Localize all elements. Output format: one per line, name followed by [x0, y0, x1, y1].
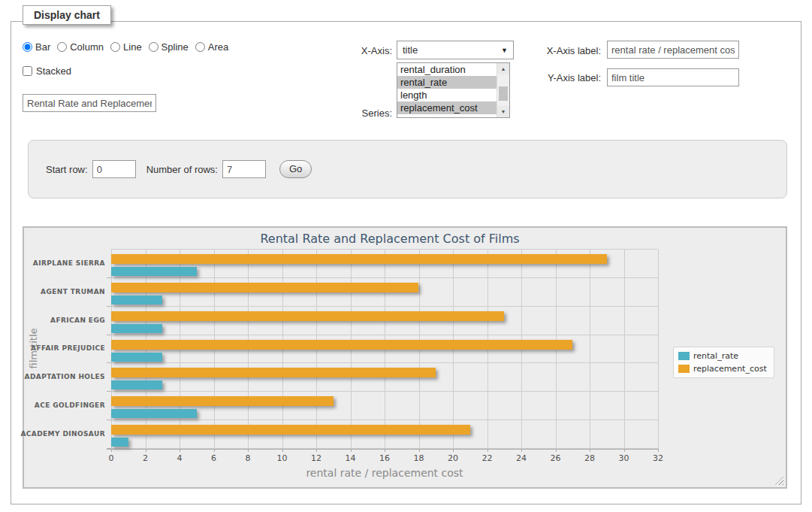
category-label: AFFAIR PREJUDICE — [32, 335, 105, 363]
chart-title-input[interactable] — [23, 94, 156, 112]
y-axis-label-input[interactable] — [607, 68, 739, 86]
x-tick-label: 30 — [619, 453, 629, 463]
x-tick-label: 6 — [211, 453, 216, 463]
chart-type-radio-label: Area — [208, 41, 228, 53]
x-tick-label: 32 — [653, 453, 663, 463]
legend-item-replacement_cost[interactable]: replacement_cost — [678, 364, 767, 374]
bar-rental_rate — [111, 380, 162, 389]
category-row — [111, 363, 658, 392]
x-tick-mark — [248, 449, 249, 452]
category-row — [111, 420, 658, 449]
chart-title: Rental Rate and Replacement Cost of Film… — [24, 232, 756, 246]
x-tick-mark — [419, 449, 420, 452]
series-select-label: Series: — [344, 108, 392, 119]
x-axis-select[interactable]: title ▼ — [397, 41, 514, 59]
x-axis-select-label: X-Axis: — [344, 45, 392, 56]
x-tick-mark — [658, 449, 659, 452]
chart-type-radio-line[interactable] — [110, 42, 120, 52]
x-tick-label: 18 — [414, 453, 424, 463]
series-option-list: rental_durationrental_ratelengthreplacem… — [397, 63, 497, 117]
category-row — [111, 307, 658, 335]
x-tick-mark — [351, 449, 352, 452]
num-rows-input[interactable] — [222, 160, 266, 178]
chart-legend: rental_ratereplacement_cost — [673, 347, 774, 378]
bar-rental_rate — [111, 353, 162, 362]
stacked-label: Stacked — [36, 65, 71, 77]
bar-replacement_cost — [111, 340, 572, 350]
bar-rental_rate — [111, 409, 197, 418]
bar-replacement_cost — [111, 396, 334, 406]
start-row-input[interactable] — [92, 160, 136, 178]
series-option-rental_rate[interactable]: rental_rate — [397, 76, 497, 89]
chart-x-axis-title: rental rate / replacement cost — [111, 467, 658, 479]
series-multiselect[interactable]: rental_durationrental_ratelengthreplacem… — [397, 62, 510, 118]
chart-type-option-line[interactable]: Line — [110, 41, 142, 53]
chart-type-radio-bar[interactable] — [23, 42, 32, 52]
stacked-checkbox-row: Stacked — [23, 65, 71, 77]
chart-type-radio-label: Line — [123, 41, 142, 53]
x-tick-label: 10 — [277, 453, 288, 463]
chart-type-radio-label: Spline — [161, 41, 189, 53]
go-button[interactable]: Go — [279, 160, 312, 178]
chart-type-radio-spline[interactable] — [149, 42, 158, 52]
scrollbar-track[interactable] — [497, 74, 509, 106]
chart-container: Rental Rate and Replacement Cost of Film… — [23, 226, 787, 489]
x-tick-mark — [316, 449, 317, 452]
legend-label: replacement_cost — [693, 364, 767, 374]
x-tick-label: 16 — [379, 453, 390, 463]
x-tick-label: 0 — [109, 453, 114, 463]
x-tick-label: 24 — [516, 453, 527, 463]
chart-type-option-area[interactable]: Area — [195, 41, 228, 53]
x-tick-mark — [146, 449, 146, 452]
x-tick-label: 4 — [177, 453, 183, 463]
chart-type-option-bar[interactable]: Bar — [23, 41, 50, 53]
category-label: AFRICAN EGG — [32, 306, 105, 335]
bar-replacement_cost — [111, 311, 504, 321]
category-label: ACADEMY DINOSAUR — [32, 420, 105, 448]
row-range-panel: Start row: Number of rows: Go — [28, 140, 787, 198]
legend-item-rental_rate[interactable]: rental_rate — [678, 351, 767, 361]
x-tick-mark — [590, 449, 590, 452]
x-axis-label-input[interactable] — [607, 41, 739, 59]
x-tick-label: 28 — [584, 453, 595, 463]
x-tick-mark — [624, 449, 625, 452]
scroll-up-icon[interactable]: ▲ — [497, 63, 509, 74]
category-label: AIRPLANE SIERRA — [32, 249, 105, 277]
num-rows-label: Number of rows: — [146, 164, 218, 175]
x-tick-mark — [111, 449, 112, 452]
category-row — [111, 278, 658, 307]
stacked-checkbox[interactable] — [23, 66, 32, 76]
chart-type-option-spline[interactable]: Spline — [149, 41, 189, 53]
x-tick-mark — [385, 449, 385, 452]
x-tick-label: 14 — [346, 453, 356, 463]
scrollbar-thumb[interactable] — [499, 86, 508, 101]
scroll-down-icon[interactable]: ▼ — [497, 106, 509, 117]
series-option-rental_duration[interactable]: rental_duration — [397, 63, 497, 76]
grid-line — [658, 250, 659, 449]
category-label: ADAPTATION HOLES — [32, 362, 105, 391]
bar-rental_rate — [111, 438, 128, 447]
resize-handle-icon[interactable] — [775, 477, 783, 485]
x-tick-label: 2 — [143, 453, 148, 463]
bar-replacement_cost — [111, 368, 436, 377]
chart-type-option-column[interactable]: Column — [57, 41, 104, 53]
legend-swatch-icon — [678, 352, 690, 360]
x-tick-label: 8 — [246, 453, 251, 463]
x-tick-mark — [453, 449, 454, 452]
x-tick-mark — [488, 449, 488, 452]
x-tick-label: 20 — [448, 453, 458, 463]
category-axis-labels: AIRPLANE SIERRAAGENT TRUMANAFRICAN EGGAF… — [32, 249, 105, 448]
x-tick-mark — [282, 449, 283, 452]
category-label: ACE GOLDFINGER — [32, 391, 105, 420]
y-axis-label-label: Y-Axis label: — [533, 72, 601, 83]
series-option-length[interactable]: length — [397, 89, 497, 101]
fieldset-legend: Display chart — [23, 5, 111, 25]
row-range-controls: Start row: Number of rows: Go — [46, 160, 312, 178]
chart-type-radio-area[interactable] — [195, 42, 205, 52]
chart-type-radio-label: Bar — [35, 41, 50, 53]
series-option-replacement_cost[interactable]: replacement_cost — [397, 101, 497, 114]
legend-swatch-icon — [678, 365, 690, 373]
chart-type-radio-column[interactable] — [57, 42, 67, 52]
listbox-scrollbar[interactable]: ▲ ▼ — [497, 63, 509, 117]
category-row — [111, 250, 658, 278]
